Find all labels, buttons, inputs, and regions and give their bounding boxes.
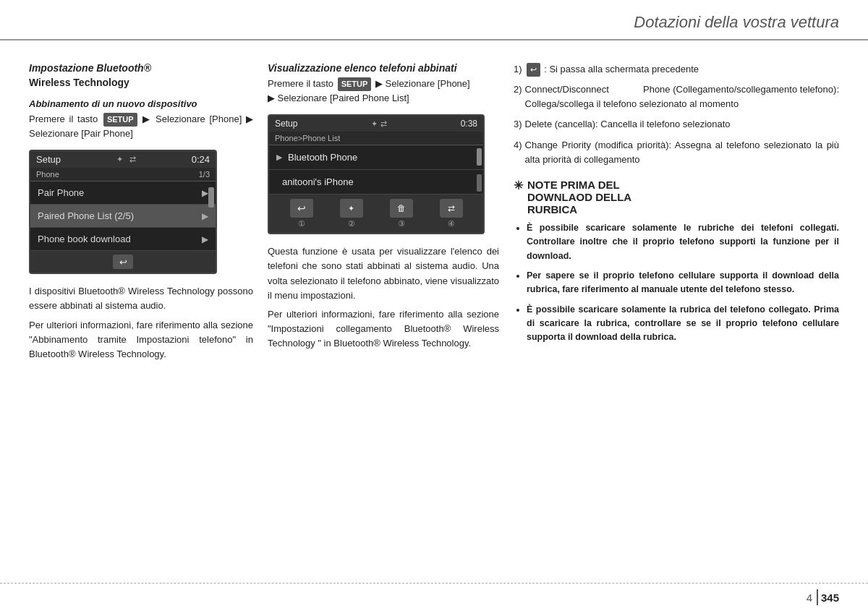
list-item-1: 1) ↩ : Si passa alla schermata precedent…: [514, 62, 839, 77]
screen-subheader-left: Phone 1/3: [30, 168, 216, 181]
setup-button-mid: SETUP: [338, 77, 372, 91]
page-header: Dotazioni della vostra vettura: [0, 0, 868, 40]
ctrl-group-2: ✦ ②: [340, 199, 363, 228]
ctrl-group-1: ↩ ①: [290, 199, 313, 228]
screen-arrow-icon-mid: ⇄: [380, 119, 387, 129]
section-title-wireless: Wireless Technology: [29, 77, 253, 88]
sub-heading-pair: Abbinamento di un nuovo dispositivo: [29, 98, 253, 109]
note-section: ✳ NOTE PRIMA DEL DOWNLAOD DELLA RURBICA …: [514, 179, 839, 345]
screen-row-pair-phone: Pair Phone ▶: [30, 181, 216, 205]
screen-header-left: Setup ✦ ⇄ 0:24: [30, 151, 216, 168]
page-number: 4 345: [807, 589, 839, 605]
note-bullet-1: È possibile scaricare solamente le rubri…: [527, 221, 839, 263]
screen-mockup-left: Setup ✦ ⇄ 0:24 Phone 1/3 Pair Phone ▶ Pa…: [29, 150, 217, 274]
screen-row-iphone: anitooni's iPhone: [269, 170, 483, 195]
chapter-number: 4: [807, 591, 812, 604]
screen-time-mid: 0:38: [461, 119, 477, 129]
screen-scrollbar-left: [208, 187, 214, 208]
mid-body-text-1: Questa funzione è usata per visualizzare…: [268, 244, 499, 303]
back-icon-inline: ↩: [527, 63, 540, 77]
left-column: Impostazione Bluetooth® Wireless Technol…: [29, 62, 253, 366]
mid-column: Visualizzazione elenco telefoni abbinati…: [268, 62, 499, 366]
screen-row-bt-phone: ▶ Bluetooth Phone: [269, 145, 483, 170]
page-title: Dotazioni della vostra vettura: [634, 13, 839, 32]
note-bullet-2: Per sapere se il proprio telefono cellul…: [527, 269, 839, 297]
right-column: 1) ↩ : Si passa alla schermata precedent…: [514, 62, 839, 366]
body-text-bluetooth-1: I dispositivi Bluetooth® Wireless Techno…: [29, 284, 253, 313]
screen-time-left: 0:24: [192, 154, 210, 165]
screen-row-phonebook: Phone book download ▶: [30, 228, 216, 251]
ctrl-group-3: 🗑 ③: [390, 199, 413, 228]
pair-instructions-text: Premere il tasto SETUP ▶ Selezionare [Ph…: [29, 112, 253, 141]
list-item-4: 4) Change Priority (modifica priorità): …: [514, 138, 839, 167]
ctrl-btn-delete: 🗑: [390, 199, 413, 218]
screen-rows-mid: ▶ Bluetooth Phone anitooni's iPhone: [269, 145, 483, 195]
ctrl-group-4: ⇄ ④: [440, 199, 463, 228]
screen-path-mid: Phone>Phone List: [269, 132, 483, 145]
main-content: Impostazione Bluetooth® Wireless Technol…: [0, 40, 868, 380]
mid-body-text-2: Per ulteriori informazioni, fare riferim…: [268, 307, 499, 351]
section-title-bluetooth: Impostazione Bluetooth®: [29, 62, 253, 74]
note-star: ✳: [514, 179, 523, 192]
screen-icons: ✦ ⇄: [114, 155, 137, 165]
screen-controls-mid: ↩ ① ✦ ② 🗑 ③ ⇄ ④: [269, 195, 483, 233]
list-item-3: 3) Delete (cancella): Cancella il telefo…: [514, 117, 839, 132]
page-divider: [817, 589, 818, 605]
screen-mockup-mid: Setup ✦ ⇄ 0:38 Phone>Phone List ▶ Blueto…: [268, 114, 485, 234]
page-footer: 4 345: [0, 583, 868, 611]
section-title-mid: Visualizzazione elenco telefoni abbinati: [268, 62, 499, 74]
numbered-list: 1) ↩ : Si passa alla schermata precedent…: [514, 62, 839, 167]
body-text-bluetooth-2: Per ulteriori informazioni, fare riferim…: [29, 318, 253, 362]
note-bullets: È possibile scaricare solamente le rubri…: [514, 221, 839, 345]
page-digits: 345: [821, 591, 839, 604]
screen-subheader-phone: Phone: [36, 170, 59, 179]
arrow-icon: ⇄: [127, 155, 137, 165]
screen-scrollbar-mid-bot: [477, 174, 482, 192]
ctrl-btn-bt: ✦: [340, 199, 363, 218]
screen-title-mid: Setup: [275, 119, 297, 129]
screen-scrollbar-mid: [477, 148, 482, 166]
screen-subheader-count: 1/3: [199, 170, 210, 179]
mid-instructions: Premere il tasto SETUP ▶ Selezionare [Ph…: [268, 77, 499, 106]
screen-header-mid: Setup ✦ ⇄ 0:38: [269, 116, 483, 132]
screen-row-paired-list: Paired Phone List (2/5) ▶: [30, 205, 216, 228]
back-button-left: ↩: [113, 255, 133, 269]
list-item-2: 2) Connect/Disconnect Phone (Collegament…: [514, 82, 839, 111]
screen-footer-left: ↩: [30, 251, 216, 273]
screen-bt-icon-mid: ✦: [371, 119, 378, 129]
ctrl-btn-back: ↩: [290, 199, 313, 218]
note-title: ✳ NOTE PRIMA DEL DOWNLAOD DELLA RURBICA: [514, 179, 839, 215]
ctrl-btn-priority: ⇄: [440, 199, 463, 218]
screen-rows-left: Pair Phone ▶ Paired Phone List (2/5) ▶ P…: [30, 181, 216, 251]
bluetooth-icon: ✦: [114, 155, 124, 165]
screen-title-left: Setup: [36, 154, 61, 165]
note-bullet-3: È possibile scaricare solamente la rubri…: [527, 303, 839, 345]
setup-button-label: SETUP: [103, 113, 137, 127]
